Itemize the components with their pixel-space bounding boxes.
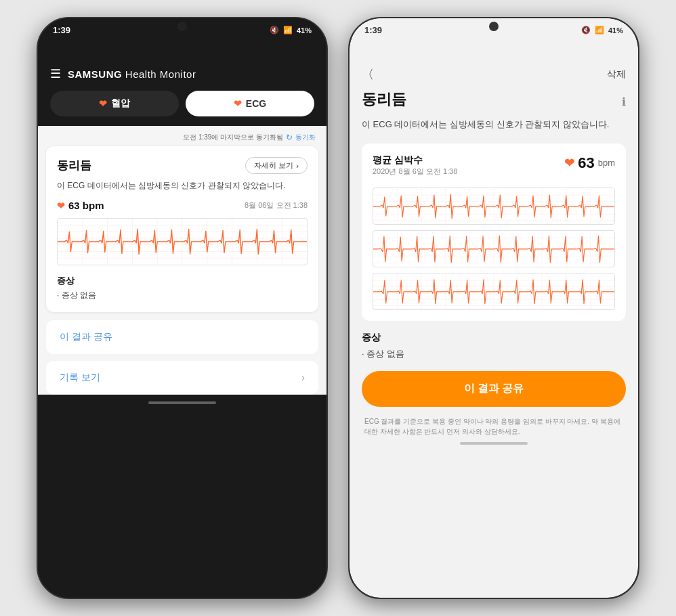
left-phone: 1:39 🔇 📶 41% ☰ SAMSUNG Health Monitor ❤ … [37, 17, 328, 599]
back-button[interactable]: 〈 [362, 66, 374, 83]
card-header: 동리듬 자세히 보기 › [57, 157, 308, 174]
avg-bpm-display: ❤ 63 bpm [564, 154, 615, 172]
share-link[interactable]: 이 결과 공유 [46, 320, 318, 354]
camera-dot-left [177, 22, 187, 31]
sync-bar: 오전 1:39에 마지막으로 동기화됨 ↻ 동기화 [38, 126, 326, 146]
right-title: 동리듬 [362, 89, 406, 110]
right-nav-bar: 〈 삭제 [350, 58, 638, 89]
avg-header: 평균 심박수 2020년 8월 6일 오전 1:38 ❤ 63 bpm [373, 154, 615, 185]
avg-date: 2020년 8월 6일 오전 1:38 [373, 167, 457, 177]
left-main-content: 오전 1:39에 마지막으로 동기화됨 ↻ 동기화 동리듬 자세히 보기 › 이… [38, 126, 326, 395]
blood-heart-icon: ❤ [99, 98, 107, 109]
card-title: 동리듬 [57, 158, 91, 173]
left-screen: 1:39 🔇 📶 41% ☰ SAMSUNG Health Monitor ❤ … [38, 18, 326, 598]
bpm-date: 8월 06일 오전 1:38 [245, 200, 308, 211]
symptoms-section-left: 증상 · 증상 없음 [57, 275, 308, 301]
left-app-header: ☰ SAMSUNG Health Monitor [38, 58, 326, 91]
card-description: 이 ECG 데이터에서는 심방세동의 신호가 관찰되지 않았습니다. [57, 179, 308, 192]
symptoms-value-left: · 증상 없음 [57, 290, 308, 301]
ecg-heart-icon: ❤ [234, 98, 242, 109]
ecg-chart-left [57, 218, 308, 265]
right-symptoms-label: 증상 [362, 332, 626, 344]
avg-bpm-number: 63 [578, 154, 594, 172]
camera-notch-left [155, 18, 209, 35]
camera-notch-right [467, 18, 521, 35]
right-time: 1:39 [364, 25, 382, 35]
chevron-right-icon: › [301, 372, 305, 384]
right-symptoms-section: 증상 · 증상 없음 [362, 332, 626, 360]
sync-text: 오전 1:39에 마지막으로 동기화됨 [183, 133, 283, 142]
bpm-row: ❤ 63 bpm 8월 06일 오전 1:38 [57, 200, 308, 211]
home-indicator-left [148, 401, 216, 404]
tab-bar: ❤ 혈압 ❤ ECG [38, 91, 326, 126]
ecg-card: 동리듬 자세히 보기 › 이 ECG 데이터에서는 심방세동의 신호가 관찰되지… [46, 146, 318, 312]
share-link-text: 이 결과 공유 [60, 331, 112, 343]
avg-bpm-unit: bpm [598, 158, 615, 168]
right-description: 이 ECG 데이터에서는 심방세동의 신호가 관찰되지 않았습니다. [362, 118, 626, 131]
home-indicator-right [460, 442, 528, 445]
tab-blood-label: 혈압 [111, 97, 130, 110]
info-icon[interactable]: ℹ [622, 95, 626, 108]
avg-label: 평균 심박수 [373, 154, 457, 167]
sync-label[interactable]: 동기화 [295, 133, 316, 142]
avg-heart-icon: ❤ [564, 156, 574, 171]
symptoms-label-left: 증상 [57, 275, 308, 287]
tab-blood-pressure[interactable]: ❤ 혈압 [50, 91, 179, 116]
left-time: 1:39 [53, 25, 70, 35]
records-link-text: 기록 보기 [60, 372, 100, 384]
right-screen: 1:39 🔇 📶 41% 〈 삭제 동리듬 ℹ 이 ECG 데이터에서는 심방세… [350, 18, 638, 598]
right-main-content: 동리듬 ℹ 이 ECG 데이터에서는 심방세동의 신호가 관찰되지 않았습니다.… [350, 89, 638, 437]
hamburger-icon[interactable]: ☰ [50, 66, 61, 81]
camera-dot-right [489, 22, 499, 31]
avg-left: 평균 심박수 2020년 8월 6일 오전 1:38 [373, 154, 457, 185]
left-status-icons: 🔇 📶 41% [270, 26, 312, 35]
right-status-icons: 🔇 📶 41% [581, 26, 623, 35]
tab-ecg[interactable]: ❤ ECG [186, 91, 314, 116]
sync-icon: ↻ [286, 133, 293, 142]
left-bottom-links: 이 결과 공유 기록 보기 › [38, 320, 326, 395]
share-button[interactable]: 이 결과 공유 [362, 371, 626, 407]
app-title: SAMSUNG Health Monitor [68, 68, 196, 80]
ecg-strip-1 [373, 188, 615, 225]
right-phone: 1:39 🔇 📶 41% 〈 삭제 동리듬 ℹ 이 ECG 데이터에서는 심방세… [348, 17, 639, 599]
disclaimer-text: ECG 결과를 기준으로 복용 중인 약이나 약의 용량을 임의로 바꾸지 마세… [362, 416, 626, 437]
avg-section: 평균 심박수 2020년 8월 6일 오전 1:38 ❤ 63 bpm [362, 144, 626, 321]
records-link[interactable]: 기록 보기 › [46, 361, 318, 395]
heart-icon-left: ❤ [57, 200, 65, 211]
delete-button[interactable]: 삭제 [607, 68, 626, 81]
bpm-number: 63 bpm [68, 200, 104, 211]
detail-button[interactable]: 자세히 보기 › [245, 157, 308, 174]
bpm-value: ❤ 63 bpm [57, 200, 104, 211]
right-title-row: 동리듬 ℹ [362, 89, 626, 114]
ecg-strip-3 [373, 273, 615, 310]
tab-ecg-label: ECG [246, 98, 266, 109]
ecg-strip-2 [373, 230, 615, 267]
right-symptoms-value: · 증상 없음 [362, 348, 626, 360]
